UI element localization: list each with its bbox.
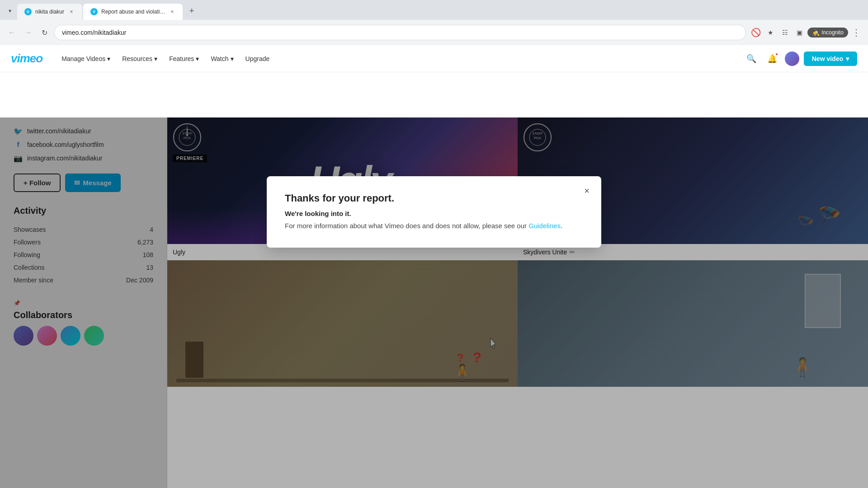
no-camera-icon[interactable]: 🚫 [750, 26, 762, 39]
modal-title: Thanks for your report. [285, 192, 583, 204]
tab-1[interactable]: V nikita diakur × [17, 4, 82, 20]
page: 🐦 twitter.com/nikitadiakur f facebook.co… [0, 117, 868, 488]
menu-button[interactable]: ⋮ [850, 26, 863, 39]
modal-overlay: × Thanks for your report. We're looking … [0, 117, 868, 488]
extension-icon[interactable]: ▣ [793, 26, 806, 39]
tab-1-close[interactable]: × [68, 8, 75, 15]
incognito-badge[interactable]: 🕵 Incognito [807, 28, 848, 38]
nav-resources[interactable]: Resources ▾ [118, 52, 162, 65]
vimeo-favicon-1: V [24, 8, 32, 15]
modal-body: For more information about what Vimeo do… [285, 221, 583, 231]
guidelines-link[interactable]: Guidelines [528, 222, 561, 230]
notifications-button[interactable]: 🔔 [764, 51, 780, 67]
vimeo-logo: vimeo [11, 52, 42, 66]
vimeo-header: vimeo Manage Videos ▾ Resources ▾ Featur… [0, 45, 868, 72]
tab-2-close[interactable]: × [169, 8, 175, 15]
tab-1-title: nikita diakur [35, 9, 64, 15]
tab-search-icon[interactable]: ☷ [778, 26, 791, 39]
nav-upgrade[interactable]: Upgrade [241, 52, 274, 65]
tab-2[interactable]: V Report abuse and violations – × [83, 4, 183, 20]
bookmark-icon[interactable]: ★ [764, 26, 777, 39]
refresh-button[interactable]: ↻ [38, 26, 51, 39]
nav-watch[interactable]: Watch ▾ [206, 52, 238, 65]
tab-bar: ▾ V nikita diakur × V Report abuse and v… [0, 0, 868, 20]
nav-features[interactable]: Features ▾ [165, 52, 203, 65]
add-tab-button[interactable]: + [185, 5, 198, 17]
url-text: vimeo.com/nikitadiakur [62, 29, 126, 36]
notification-dot [775, 52, 778, 56]
tab-2-title: Report abuse and violations – [101, 9, 165, 15]
report-modal: × Thanks for your report. We're looking … [267, 176, 601, 248]
header-nav: Manage Videos ▾ Resources ▾ Features ▾ W… [57, 52, 274, 65]
tab-nav-dots[interactable]: ▾ [4, 5, 16, 17]
search-button[interactable]: 🔍 [743, 51, 760, 67]
address-bar: ← → ↻ vimeo.com/nikitadiakur 🚫 ★ ☷ ▣ 🕵 I… [0, 20, 868, 45]
address-actions: 🚫 ★ ☷ ▣ 🕵 Incognito ⋮ [750, 26, 863, 39]
new-video-button[interactable]: New video ▾ [804, 52, 857, 66]
nav-manage-videos[interactable]: Manage Videos ▾ [57, 52, 115, 65]
modal-subtitle: We're looking into it. [285, 210, 583, 217]
user-avatar[interactable] [785, 52, 799, 66]
url-bar[interactable]: vimeo.com/nikitadiakur [54, 25, 746, 40]
header-right: 🔍 🔔 New video ▾ [743, 51, 857, 67]
incognito-label: Incognito [821, 29, 844, 36]
modal-close-button[interactable]: × [580, 183, 594, 198]
forward-button[interactable]: → [22, 26, 34, 39]
back-button[interactable]: ← [5, 26, 18, 39]
vimeo-favicon-2: V [90, 8, 98, 15]
browser-chrome: ▾ V nikita diakur × V Report abuse and v… [0, 0, 868, 45]
